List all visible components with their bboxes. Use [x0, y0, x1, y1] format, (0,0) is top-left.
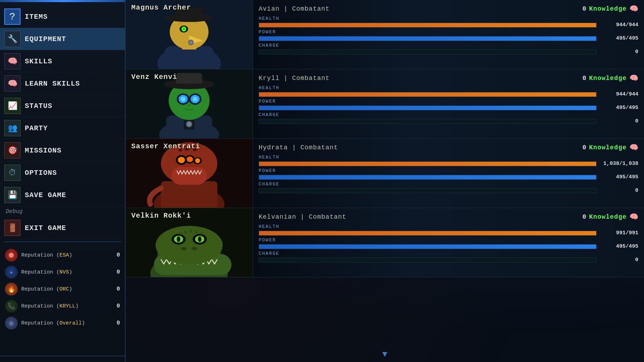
sidebar-item-learn-skills[interactable]: 🧠 LEARN SKILLS	[0, 73, 125, 95]
rep-item-overall: ◎ Reputation (Overall) 0	[3, 315, 122, 331]
stat-label-3-0: HEALTH	[259, 224, 638, 229]
sidebar-item-exit[interactable]: 🚪 EXIT GAME	[0, 217, 125, 239]
svg-point-60	[189, 230, 192, 233]
stat-label-1-0: HEALTH	[259, 85, 638, 91]
svg-point-55	[198, 236, 201, 242]
status-icon: 📈	[4, 98, 21, 114]
stat-bar-row-2-1: 495/495	[259, 174, 638, 180]
stat-row-0-0: HEALTH944/944	[259, 16, 638, 28]
stat-row-2-0: HEALTH1,038/1,038	[259, 155, 638, 167]
stat-label-3-2: CHARGE	[259, 251, 638, 256]
equipment-icon: 🔧	[4, 31, 21, 47]
char-stats-0: Avian | Combatant 0 Knowledge 🧠 HEALTH94…	[253, 0, 644, 69]
sidebar-item-options[interactable]: ⏱ OPTIONS	[0, 162, 125, 184]
character-panel-0: Magnus ArcherAvian | Combatant 0 Knowled…	[126, 0, 644, 69]
scroll-down-arrow[interactable]: ▼	[382, 350, 387, 359]
char-type-line-1: Kryll | Combatant 0 Knowledge 🧠	[259, 74, 638, 82]
rep-value-overall: 0	[111, 320, 120, 326]
stat-bar-fill-0-0	[259, 23, 596, 27]
stat-row-0-2: CHARGE0	[259, 43, 638, 55]
stat-row-2-1: POWER495/495	[259, 168, 638, 180]
svg-point-41	[195, 158, 200, 163]
stat-row-3-2: CHARGE0	[259, 251, 638, 263]
sidebar-item-items[interactable]: ? ITEMS	[0, 6, 125, 28]
stat-row-1-2: CHARGE0	[259, 112, 638, 124]
stat-bar-fill-1-1	[259, 106, 596, 110]
knowledge-num-1: 0	[582, 75, 586, 82]
missions-icon: 🎯	[4, 142, 21, 159]
stat-bar-fill-0-1	[259, 36, 596, 41]
knowledge-num-2: 0	[582, 144, 586, 151]
char-portrait-3[interactable]: Velkin Rokk'i	[126, 208, 253, 277]
char-name-1: Venz Kenvi	[131, 73, 177, 81]
exit-icon: 🚪	[4, 220, 21, 236]
exit-label: EXIT GAME	[25, 224, 66, 232]
knowledge-num-3: 0	[582, 213, 586, 220]
sidebar-item-label-equipment: EQUIPMENT	[25, 35, 66, 43]
brain-icon-1: 🧠	[629, 74, 638, 82]
char-portrait-1[interactable]: Venz Kenvi	[126, 69, 253, 138]
stat-bar-2-0	[259, 161, 597, 166]
sidebar-item-label-status: STATUS	[25, 102, 52, 110]
svg-point-12	[189, 41, 193, 44]
rep-value-esa: 0	[111, 252, 120, 258]
stat-value-1-0: 944/944	[599, 91, 638, 97]
stat-label-2-1: POWER	[259, 168, 638, 173]
stat-bar-3-2	[259, 258, 597, 263]
char-portrait-0[interactable]: Magnus Archer	[126, 0, 253, 69]
svg-point-57	[191, 247, 197, 251]
stat-bar-row-1-0: 944/944	[259, 91, 638, 97]
knowledge-badge-2: 0 Knowledge 🧠	[582, 143, 638, 152]
char-type-3: Kelvanian | Combatant	[259, 213, 346, 220]
char-type-line-0: Avian | Combatant 0 Knowledge 🧠	[259, 4, 638, 13]
svg-rect-32	[161, 181, 218, 208]
sidebar-item-save-game[interactable]: 💾 SAVE GAME	[0, 184, 125, 206]
stat-label-3-1: POWER	[259, 237, 638, 243]
sidebar-item-status[interactable]: 📈 STATUS	[0, 95, 125, 117]
svg-point-52	[177, 236, 180, 242]
sidebar-item-label-options: OPTIONS	[25, 169, 57, 177]
char-type-line-3: Kelvanian | Combatant 0 Knowledge 🧠	[259, 212, 638, 221]
brain-icon-2: 🧠	[629, 143, 638, 152]
stat-value-2-0: 1,038/1,038	[599, 161, 638, 167]
char-name-2: Sasser Xentrati	[131, 142, 200, 150]
sidebar-item-missions[interactable]: 🎯 MISSIONS	[0, 139, 125, 162]
char-portrait-2[interactable]: Sasser Xentrati	[126, 139, 253, 208]
stat-bar-fill-2-1	[259, 175, 596, 179]
skills-icon: 🧠	[4, 53, 21, 69]
char-stats-1: Kryll | Combatant 0 Knowledge 🧠 HEALTH94…	[253, 69, 644, 138]
sidebar-item-party[interactable]: 👥 PARTY	[0, 117, 125, 139]
stat-label-2-0: HEALTH	[259, 155, 638, 160]
svg-point-56	[181, 247, 187, 251]
stat-label-1-1: POWER	[259, 99, 638, 104]
brain-icon-0: 🧠	[629, 4, 638, 13]
rep-label-orc: Reputation (ORC)	[21, 286, 111, 292]
svg-point-62	[200, 232, 203, 235]
stat-bar-fill-1-0	[259, 92, 596, 97]
stat-bar-0-2	[259, 50, 597, 54]
party-icon: 👥	[4, 120, 21, 136]
stat-bar-1-0	[259, 92, 597, 97]
stat-bar-row-0-2: 0	[259, 49, 638, 55]
character-panel-3: Velkin Rokk'iKelvanian | Combatant 0 Kno…	[126, 208, 644, 277]
stat-row-2-2: CHARGE0	[259, 182, 638, 194]
sidebar-item-equipment[interactable]: 🔧 EQUIPMENT	[0, 28, 125, 50]
svg-rect-35	[172, 167, 207, 185]
stat-value-0-1: 495/495	[599, 35, 638, 41]
char-stats-3: Kelvanian | Combatant 0 Knowledge 🧠 HEAL…	[253, 208, 644, 277]
char-name-3: Velkin Rokk'i	[131, 212, 191, 220]
char-name-0: Magnus Archer	[131, 4, 191, 12]
rep-label-esa: Reputation (ESA)	[21, 252, 111, 258]
svg-point-37	[178, 157, 185, 163]
rep-icon-nvs: ✦	[5, 266, 18, 278]
stat-row-3-1: POWER495/495	[259, 237, 638, 249]
svg-point-8	[183, 28, 185, 30]
knowledge-badge-1: 0 Knowledge 🧠	[582, 74, 638, 82]
sidebar-item-skills[interactable]: 🧠 SKILLS	[0, 50, 125, 73]
stat-value-0-2: 0	[599, 49, 638, 55]
knowledge-label-1: Knowledge	[589, 75, 627, 82]
svg-rect-27	[176, 84, 202, 86]
sidebar-item-label-learn-skills: LEARN SKILLS	[25, 80, 80, 88]
character-panel-1: Venz KenviKryll | Combatant 0 Knowledge …	[126, 69, 644, 139]
options-icon: ⏱	[4, 165, 21, 181]
